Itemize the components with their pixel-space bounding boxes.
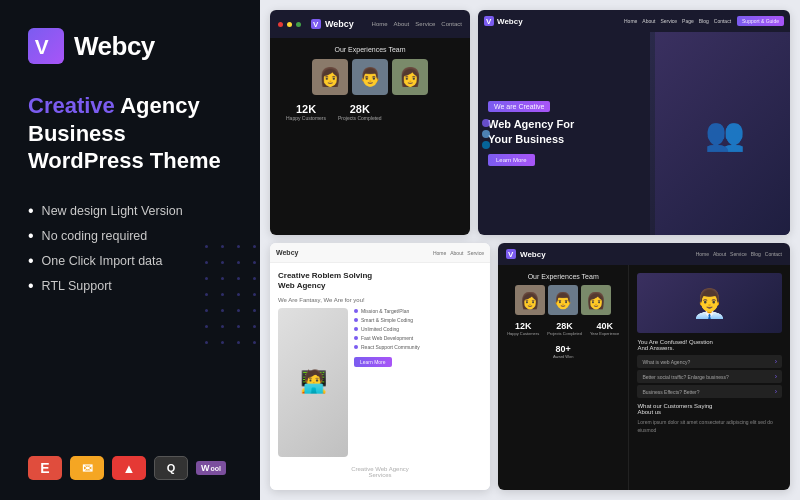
pr-people-icon: 👥 [705, 115, 745, 153]
pl-body: Our Experiences Team 👩 👨 👩 12K Ha [270, 38, 470, 235]
pbr-stat-num-3: 40K [590, 321, 619, 331]
pr-support-btn[interactable]: Support & Guide [737, 16, 784, 26]
pl-stat-2: 28K Projects Completed [338, 103, 382, 121]
pbl-nav-home: Home [433, 250, 446, 256]
pbl-text-area: Mission & Target/Plan Smart & Simple Cod… [354, 308, 482, 457]
pr-social-ln [482, 141, 490, 149]
left-panel: V Webcy Creative Agency BusinessWordPres… [0, 0, 260, 500]
pbl-body: Creative Roblem SolvingWeb Agency We Are… [270, 263, 490, 490]
pr-nav-contact: Contact [714, 18, 731, 24]
pr-nav-service: Service [660, 18, 677, 24]
pbr-nav-about: About [713, 251, 726, 257]
pl-logo: V Webcy [311, 19, 354, 29]
pl-nav-service: Service [415, 21, 435, 27]
pbr-q-item-2[interactable]: Better social traffic? Enlarge business?… [637, 370, 782, 383]
pr-nav: Home About Service Page Blog Contact [624, 18, 731, 24]
pbr-stat-label-2: Projects Completed [547, 331, 582, 336]
pbl-feature-text-3: Unlimited Coding [361, 326, 399, 332]
svg-text:V: V [313, 20, 319, 29]
pbl-subtitle: We Are Fantasy, We Are for you! [278, 297, 482, 303]
pbr-nav-service: Service [730, 251, 747, 257]
woo-label: ool [211, 465, 222, 472]
pr-hero-right: 👥 [650, 32, 790, 235]
pbl-feature-text-5: React Support Community [361, 344, 420, 350]
svg-text:V: V [486, 17, 492, 26]
pl-stat-1: 12K Happy Customers [286, 103, 326, 121]
pbr-left-section: Our Experiences Team 👩 👨 👩 12K Happy Cus… [498, 265, 629, 490]
pbr-stat-num-2: 28K [547, 321, 582, 331]
pbr-stat-2: 28K Projects Completed [547, 321, 582, 336]
pl-team-photo-1: 👩 [312, 59, 348, 95]
pbl-header: Webcy Home About Service [270, 243, 490, 263]
right-panel: V Webcy Home About Service Contact Our E… [260, 0, 800, 500]
previews-bottom-row: Webcy Home About Service Creative Roblem… [270, 243, 790, 490]
revolution-badge: ▲ [112, 456, 146, 480]
window-dot-yellow [287, 22, 292, 27]
pl-stats: 12K Happy Customers 28K Projects Complet… [278, 103, 462, 121]
pbl-feature-text-4: Fast Web Development [361, 335, 413, 341]
tagline: Creative Agency BusinessWordPress Theme [28, 92, 232, 175]
pbr-q-item-3[interactable]: Business Effects? Better? › [637, 385, 782, 398]
pbl-cta-btn[interactable]: Learn More [354, 357, 392, 367]
pbr-q-text-1: What is web Agency? [642, 359, 690, 365]
pr-nav-blog: Blog [699, 18, 709, 24]
pr-logo: V Webcy [484, 16, 523, 26]
pl-stat-num-1: 12K [286, 103, 326, 115]
pr-logo-text: Webcy [497, 17, 523, 26]
pl-nav-about: About [394, 21, 410, 27]
pr-hero-left: We are Creative Web Agency ForYour Busin… [478, 32, 650, 235]
pbl-feature-dot-1 [354, 309, 358, 313]
pbl-feature-dot-3 [354, 327, 358, 331]
pr-nav-home: Home [624, 18, 637, 24]
pbr-q-item-1[interactable]: What is web Agency? › [637, 355, 782, 368]
pbl-logo-text: Webcy [276, 249, 298, 256]
pbl-nav-service: Service [467, 250, 484, 256]
pbr-logo-icon: V [506, 249, 516, 259]
pbl-feature-dot-4 [354, 336, 358, 340]
woocommerce-badge: W ool [196, 461, 226, 475]
pbr-q-arrow-1: › [775, 358, 777, 365]
pbl-features: Mission & Target/Plan Smart & Simple Cod… [354, 308, 482, 350]
feature-label-1: New design Light Version [42, 204, 183, 218]
pbr-stat-1: 12K Happy Customers [507, 321, 539, 336]
pr-header: V Webcy Home About Service Page Blog Con… [478, 10, 790, 32]
pr-hero-tag: We are Creative [488, 101, 550, 112]
pl-nav-home: Home [372, 21, 388, 27]
pbr-stat-4: 80+ Award Won [553, 344, 574, 359]
pbr-review-section: What our Customers SayingAbout us Lorem … [637, 403, 782, 434]
elementor-badge: E [28, 456, 62, 480]
pbl-photo: 🧑‍💻 [278, 308, 348, 457]
pr-social-fb [482, 119, 490, 127]
pbr-team-title: Our Experiences Team [506, 273, 620, 280]
brand-name: Webcy [74, 31, 155, 62]
pbr-q-text-3: Business Effects? Better? [642, 389, 699, 395]
pbl-nav-about: About [450, 250, 463, 256]
woo-w-letter: W [201, 463, 210, 473]
pbr-stat-label-3: Year Experience [590, 331, 619, 336]
pbr-header: V Webcy Home About Service Blog Contact [498, 243, 790, 265]
pbr-question-section: You Are Confused! QuestionAnd Answers. W… [637, 339, 782, 398]
feature-item-1: New design Light Version [28, 203, 232, 219]
pbl-feature-dot-2 [354, 318, 358, 322]
pbl-content: 🧑‍💻 Mission & Target/Plan Smart & Simple… [278, 308, 482, 457]
pr-logo-icon: V [484, 16, 494, 26]
preview-bottom-right: V Webcy Home About Service Blog Contact … [498, 243, 790, 490]
pbr-big-photo: 👨‍💼 [637, 273, 782, 333]
pbr-q-title: You Are Confused! QuestionAnd Answers. [637, 339, 782, 351]
pr-hero: We are Creative Web Agency ForYour Busin… [478, 32, 790, 235]
preview-top-right: V Webcy Home About Service Page Blog Con… [478, 10, 790, 235]
plugin-badges-row: E ✉ ▲ Q W ool [28, 456, 232, 480]
pbl-feature-2: Smart & Simple Coding [354, 317, 482, 323]
pbr-team-photos: 👩 👨 👩 [506, 285, 620, 315]
mailchimp-badge: ✉ [70, 456, 104, 480]
pl-nav: Home About Service Contact [372, 21, 462, 27]
pbr-stat-num-4: 80+ [553, 344, 574, 354]
pbr-review-title: What our Customers SayingAbout us [637, 403, 782, 415]
logo-area: V Webcy [28, 28, 232, 64]
pbr-q-text-2: Better social traffic? Enlarge business? [642, 374, 728, 380]
pbl-feature-5: React Support Community [354, 344, 482, 350]
pbr-stats: 12K Happy Customers 28K Projects Complet… [506, 321, 620, 359]
pl-stat-num-2: 28K [338, 103, 382, 115]
pl-team-photos: 👩 👨 👩 [278, 59, 462, 95]
pr-learn-more[interactable]: Learn More [488, 154, 535, 166]
